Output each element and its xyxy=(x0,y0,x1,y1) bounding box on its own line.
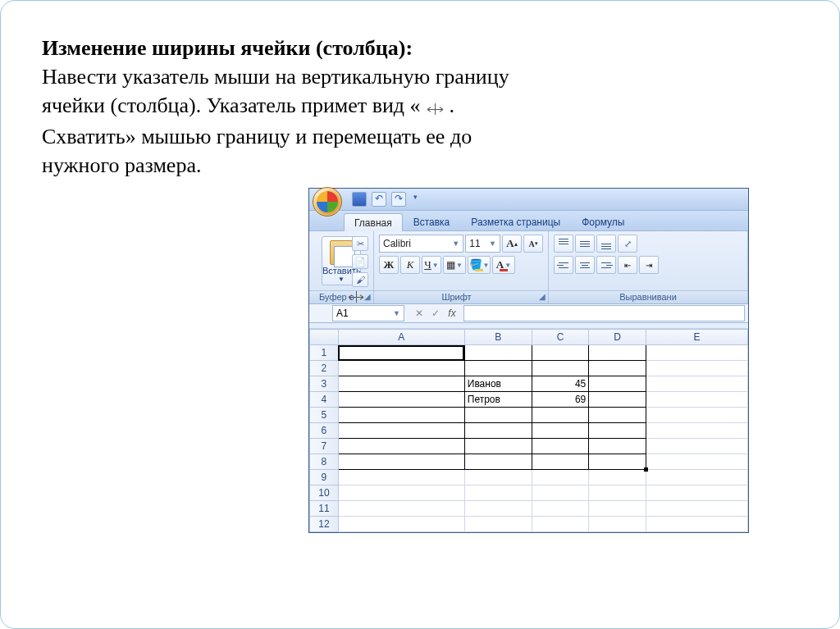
cell-A9[interactable] xyxy=(338,470,464,485)
cell-E3[interactable] xyxy=(646,376,747,392)
cell-D1[interactable] xyxy=(589,345,646,361)
increase-indent-icon[interactable]: ⇥ xyxy=(639,256,659,274)
cell-D2[interactable] xyxy=(589,361,646,376)
redo-icon[interactable] xyxy=(391,192,406,207)
cell-A12[interactable] xyxy=(338,517,464,532)
align-left-icon[interactable] xyxy=(554,256,573,274)
fill-color-button[interactable]: 🪣▼ xyxy=(468,256,491,274)
tab-home[interactable]: Главная xyxy=(344,213,403,231)
cell-B4[interactable]: Петров xyxy=(464,392,532,408)
cell-D11[interactable] xyxy=(589,501,646,517)
cell-D12[interactable] xyxy=(589,517,646,532)
cell-A8[interactable] xyxy=(338,454,464,470)
cell-D6[interactable] xyxy=(589,423,646,439)
row-header[interactable]: 9 xyxy=(310,470,339,485)
cell-C3[interactable]: 45 xyxy=(532,376,589,392)
cell-A7[interactable] xyxy=(338,439,464,454)
cell-C8[interactable] xyxy=(532,454,589,470)
enter-icon[interactable]: ✓ xyxy=(429,308,442,319)
tab-formulas[interactable]: Формулы xyxy=(571,212,635,230)
cell-B7[interactable] xyxy=(464,439,532,454)
cell-E5[interactable] xyxy=(646,408,747,423)
cell-C12[interactable] xyxy=(532,517,589,532)
office-button[interactable] xyxy=(313,187,342,217)
cell-A6[interactable] xyxy=(338,423,464,439)
cell-A11[interactable] xyxy=(338,501,464,517)
italic-button[interactable]: К xyxy=(400,256,420,274)
underline-button[interactable]: Ч▼ xyxy=(422,256,441,274)
formula-input[interactable] xyxy=(463,305,745,321)
cell-B5[interactable] xyxy=(464,408,532,423)
tab-page-layout[interactable]: Разметка страницы xyxy=(460,212,571,230)
cell-C1[interactable] xyxy=(532,345,589,361)
cell-A2[interactable] xyxy=(338,361,464,376)
worksheet-grid[interactable]: A B C D E 1 2 xyxy=(309,329,748,532)
row-header[interactable]: 1 xyxy=(310,345,339,361)
font-launcher-icon[interactable]: ◢ xyxy=(539,292,546,301)
col-header-D[interactable]: D xyxy=(589,330,646,345)
decrease-indent-icon[interactable]: ⇤ xyxy=(618,256,637,274)
col-header-C[interactable]: C xyxy=(532,330,589,345)
col-header-E[interactable]: E xyxy=(646,330,747,345)
name-box[interactable]: A1 ▼ xyxy=(332,305,404,321)
row-header[interactable]: 2 xyxy=(310,361,339,376)
cell-C6[interactable] xyxy=(532,423,589,439)
row-header[interactable]: 6 xyxy=(310,423,339,439)
row-header[interactable]: 5 xyxy=(310,408,339,423)
cell-C7[interactable] xyxy=(532,439,589,454)
align-bottom-icon[interactable] xyxy=(596,235,616,253)
align-middle-icon[interactable] xyxy=(575,235,595,253)
column-headers[interactable]: A B C D E xyxy=(310,330,748,345)
cell-B8[interactable] xyxy=(464,454,532,470)
cell-D5[interactable] xyxy=(589,408,646,423)
cell-C11[interactable] xyxy=(532,501,589,517)
cancel-icon[interactable]: ✕ xyxy=(413,308,426,319)
cell-B12[interactable] xyxy=(464,517,532,532)
cell-E2[interactable] xyxy=(646,361,747,376)
cell-E7[interactable] xyxy=(646,439,747,454)
row-header[interactable]: 10 xyxy=(310,485,339,501)
cell-C2[interactable] xyxy=(532,361,589,376)
col-header-B[interactable]: B xyxy=(464,330,532,345)
cell-A3[interactable] xyxy=(338,376,464,392)
row-header[interactable]: 12 xyxy=(310,517,339,532)
cell-D8[interactable] xyxy=(589,454,646,470)
save-icon[interactable] xyxy=(352,192,367,207)
cell-A10[interactable] xyxy=(338,485,464,501)
undo-icon[interactable] xyxy=(372,192,386,207)
cell-B9[interactable] xyxy=(464,470,532,485)
cell-C9[interactable] xyxy=(532,470,589,485)
align-center-icon[interactable] xyxy=(575,256,595,274)
cell-B3[interactable]: Иванов xyxy=(464,376,532,392)
row-header[interactable]: 7 xyxy=(310,439,339,454)
bold-button[interactable]: Ж xyxy=(379,256,399,274)
cell-A4[interactable] xyxy=(338,392,464,408)
col-header-A[interactable]: A xyxy=(338,330,464,345)
cell-C10[interactable] xyxy=(532,485,589,501)
cell-E10[interactable] xyxy=(646,485,747,501)
row-header[interactable]: 3 xyxy=(310,376,339,392)
cell-B1[interactable] xyxy=(464,345,532,361)
cell-E12[interactable] xyxy=(646,517,747,532)
row-header[interactable]: 4 xyxy=(310,392,339,408)
font-size-select[interactable]: 11 ▼ xyxy=(465,235,500,253)
grid-body[interactable]: 1 2 3 Иванов xyxy=(310,345,748,532)
cell-B2[interactable] xyxy=(464,361,532,376)
grow-font-icon[interactable]: A▴ xyxy=(502,235,522,253)
cell-D10[interactable] xyxy=(589,485,646,501)
clipboard-launcher-icon[interactable]: ◢ xyxy=(364,292,371,301)
row-header[interactable]: 11 xyxy=(310,501,339,517)
cell-D9[interactable] xyxy=(589,470,646,485)
copy-icon[interactable]: 📄 xyxy=(352,254,368,269)
align-right-icon[interactable] xyxy=(596,256,616,274)
cell-A1[interactable] xyxy=(338,345,464,361)
row-header[interactable]: 8 xyxy=(310,454,339,470)
cell-E9[interactable] xyxy=(646,470,747,485)
qat-more-icon[interactable]: ▾ xyxy=(411,193,419,206)
cell-C5[interactable] xyxy=(532,408,589,423)
align-top-icon[interactable] xyxy=(554,235,573,253)
cell-B6[interactable] xyxy=(464,423,532,439)
fx-icon[interactable]: fx xyxy=(445,308,459,319)
cell-D3[interactable] xyxy=(589,376,646,392)
orientation-icon[interactable]: ⤢ xyxy=(618,235,637,253)
